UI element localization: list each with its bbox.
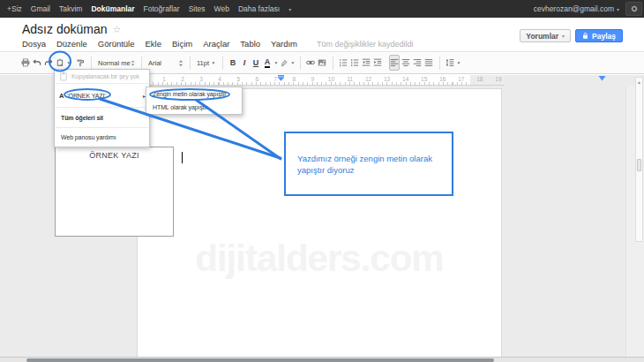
ruler-number: 16 [439, 76, 446, 83]
menu-item-paste-html[interactable]: HTML olarak yapıştır [146, 101, 242, 114]
vertical-scrollbar-thumb[interactable] [637, 159, 641, 171]
document-header: Adsız doküman ☆ Yorumlar ▾ Paylaş Dosya … [0, 18, 644, 51]
google-docs-window: +Siz Gmail Takvim Dokümanlar Fotoğraflar… [0, 0, 644, 362]
star-icon[interactable]: ☆ [113, 24, 122, 35]
bullet-list-button[interactable] [349, 55, 360, 71]
ruler-number: 13 [384, 76, 390, 83]
left-indent-marker[interactable] [277, 75, 285, 81]
align-left-button[interactable] [389, 55, 400, 71]
numbered-list-button[interactable] [338, 55, 348, 71]
justify-button[interactable] [423, 55, 434, 71]
align-right-icon [413, 57, 422, 68]
redo-icon [44, 57, 53, 68]
align-right-button[interactable] [412, 55, 423, 71]
highlight-color-arrow[interactable]: ▾ [290, 60, 296, 65]
topbar-link-sites[interactable]: Sites [189, 4, 206, 13]
clipboard-outline-icon [59, 72, 68, 81]
highlight-color-button[interactable] [279, 55, 289, 71]
menu-goruntule[interactable]: Görüntüle [98, 39, 135, 49]
topbar-link-takvim[interactable]: Takvim [59, 4, 82, 13]
ruler-number: 10 [328, 76, 334, 83]
menu-item-paste-rich-text[interactable]: Zengin metin olarak yapıştır [146, 87, 242, 101]
print-button[interactable] [20, 55, 31, 71]
right-margin-marker[interactable] [598, 75, 606, 81]
undo-button[interactable] [32, 55, 42, 71]
watermark: dijitalders.com [138, 238, 501, 280]
line-spacing-arrow[interactable]: ▾ [456, 60, 461, 65]
indent-button[interactable] [372, 55, 383, 71]
bullet-list-icon [350, 57, 359, 68]
ruler-numbers: 12345678910111213141516171819 [132, 75, 505, 85]
topbar-link-gmail[interactable]: Gmail [31, 4, 50, 13]
underline-button[interactable]: U [251, 55, 261, 71]
text-color-icon: A [265, 58, 271, 68]
outdent-button[interactable] [361, 55, 371, 71]
insert-image-button[interactable] [317, 55, 327, 71]
ruler-number: 12 [365, 76, 371, 83]
document-page[interactable]: dijitalders.com [137, 88, 502, 362]
font-size-dropdown[interactable]: 11pt ▾ [195, 55, 218, 71]
menu-araclar[interactable]: Araçlar [203, 39, 229, 49]
topbar-link-web[interactable]: Web [214, 4, 229, 13]
font-dropdown[interactable]: Arial [146, 55, 185, 71]
chevron-down-icon: ▾ [617, 6, 619, 12]
sample-text: ÖRNEK YAZI [89, 151, 139, 160]
ruler-number: 1 [162, 76, 166, 83]
lock-icon [582, 32, 588, 40]
link-icon [306, 57, 315, 68]
spinner-icon [178, 59, 183, 67]
ruler-number: 11 [347, 76, 353, 83]
menu-tablo[interactable]: Tablo [240, 39, 260, 49]
topbar-link-fotograflar[interactable]: Fotoğraflar [144, 4, 180, 13]
settings-button[interactable] [625, 2, 642, 16]
gear-icon [629, 4, 640, 14]
ruler-number: 17 [458, 76, 464, 83]
topbar-link-siz[interactable]: +Siz [7, 4, 22, 13]
align-center-button[interactable] [401, 55, 411, 71]
menu-item-clipboard-entry[interactable]: A 'ÖRNEK YAZI' ▸ [55, 84, 149, 107]
menu-bicim[interactable]: Biçim [172, 39, 192, 49]
comments-button[interactable]: Yorumlar ▾ [520, 29, 571, 42]
bold-button[interactable]: B [228, 55, 238, 71]
share-button[interactable]: Paylaş [575, 29, 623, 42]
insert-link-button[interactable] [305, 55, 316, 71]
ruler-number: 8 [293, 76, 296, 83]
ruler-number: 3 [199, 76, 203, 83]
web-clipboard-menu: Kopyalanacak bir şey yok A 'ÖRNEK YAZI' … [54, 69, 150, 147]
text-color-button[interactable]: A [262, 55, 273, 71]
redo-button[interactable] [43, 55, 54, 71]
justify-icon [424, 57, 433, 68]
vertical-scrollbar[interactable]: ▲ [635, 77, 643, 242]
topbar-link-more[interactable]: Daha fazlası [238, 4, 280, 13]
menu-ekle[interactable]: Ekle [146, 39, 161, 49]
line-spacing-button[interactable] [445, 55, 455, 71]
ruler-number: 14 [402, 76, 408, 83]
horizontal-scrollbar-thumb[interactable] [26, 358, 494, 362]
highlighter-icon [280, 57, 288, 68]
menu-bar: Dosya Düzenle Görüntüle Ekle Biçim Araçl… [22, 39, 414, 49]
horizontal-scrollbar[interactable] [0, 357, 644, 362]
printer-icon [21, 57, 30, 68]
menu-yardim[interactable]: Yardım [271, 39, 297, 49]
clipboard-menu-arrow[interactable]: ▾ [66, 60, 71, 65]
paint-roller-icon [76, 57, 85, 68]
account-email[interactable]: cevherozan@gmail.com ▾ [534, 4, 619, 13]
doc-title[interactable]: Adsız doküman [22, 22, 108, 36]
chevron-down-icon: ▾ [562, 33, 565, 39]
align-left-icon [390, 57, 399, 68]
menu-duzenle[interactable]: Düzenle [56, 39, 87, 49]
menu-item-clipboard-help[interactable]: Web panosu yardımı [55, 128, 149, 147]
clipboard-sample-box: ÖRNEK YAZI [55, 147, 174, 237]
align-center-icon [401, 57, 410, 68]
paste-submenu: Zengin metin olarak yapıştır HTML olarak… [146, 87, 243, 115]
topbar-link-dokumanlar[interactable]: Dokümanlar [91, 4, 134, 13]
google-bar: +Siz Gmail Takvim Dokümanlar Fotoğraflar… [0, 0, 644, 18]
scroll-up-icon[interactable]: ▲ [636, 79, 642, 85]
chevron-down-icon: ▾ [288, 6, 291, 12]
ruler-number: 6 [255, 76, 258, 83]
callout-text: Yazdımız örneği zengin metin olarak yapı… [297, 153, 445, 176]
italic-button[interactable]: I [239, 55, 250, 71]
menu-dosya[interactable]: Dosya [22, 39, 46, 49]
menu-item-clear-all[interactable]: Tüm öğeleri sil [55, 108, 149, 127]
indent-icon [373, 57, 382, 68]
